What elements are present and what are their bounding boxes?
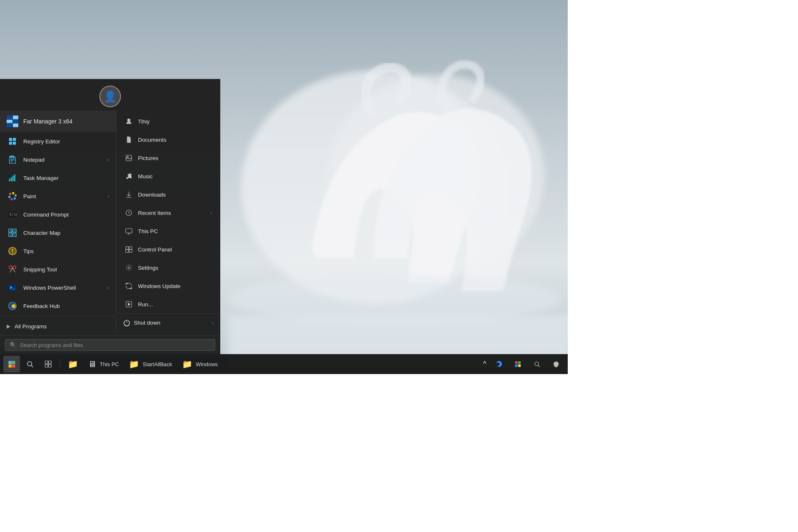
shutdown-area[interactable]: Shut down › xyxy=(116,313,220,332)
menu-item-windows-powershell[interactable]: Windows PowerShell › xyxy=(0,278,116,297)
taskbar-search-right-button[interactable] xyxy=(529,356,545,372)
svg-line-69 xyxy=(31,365,33,367)
taskbar-separator-1 xyxy=(60,359,60,369)
menu-item-tips[interactable]: Tips xyxy=(0,242,116,260)
svg-rect-56 xyxy=(129,246,132,249)
menu-item-character-map[interactable]: ΩAα∑ Character Map xyxy=(0,224,116,242)
left-divider xyxy=(0,316,116,316)
menu-item-command-prompt[interactable]: C:\>_ Command Prompt xyxy=(0,205,116,224)
svg-point-59 xyxy=(128,267,130,269)
taskbar-chevron-icon[interactable]: ^ xyxy=(481,359,488,369)
notepad-label: Notepad xyxy=(23,157,44,163)
svg-rect-14 xyxy=(9,179,10,181)
taskbar-search-icon xyxy=(26,360,34,368)
right-item-music[interactable]: Music xyxy=(116,167,220,185)
svg-point-47 xyxy=(127,156,128,158)
registry-editor-label: Registry Editor xyxy=(23,138,60,145)
right-item-documents[interactable]: Documents xyxy=(116,131,220,149)
character-map-label: Character Map xyxy=(23,230,60,236)
desktop: 👤 xyxy=(0,0,568,374)
taskbar-task-view-button[interactable] xyxy=(40,356,57,372)
menu-item-registry-editor[interactable]: Registry Editor xyxy=(0,132,116,150)
svg-point-48 xyxy=(126,177,128,179)
menu-item-far-manager[interactable]: Far Manager 3 x64 xyxy=(0,111,116,132)
edge-icon xyxy=(495,360,502,368)
right-item-this-pc[interactable]: This PC xyxy=(116,222,220,240)
svg-rect-16 xyxy=(12,176,14,182)
svg-point-36 xyxy=(13,266,16,269)
search-icon: 🔍 xyxy=(10,342,17,348)
user-avatar[interactable]: 👤 xyxy=(99,86,121,107)
svg-rect-7 xyxy=(9,142,12,145)
svg-point-49 xyxy=(130,177,132,179)
svg-text:α: α xyxy=(10,233,12,237)
tips-icon xyxy=(7,245,18,257)
svg-rect-5 xyxy=(9,138,12,141)
menu-item-notepad[interactable]: Notepad › xyxy=(0,150,116,169)
svg-point-22 xyxy=(10,198,13,201)
taskbar-security-button[interactable] xyxy=(548,356,564,372)
character-map-icon: ΩAα∑ xyxy=(7,227,18,239)
feedback-hub-icon: 😊 xyxy=(7,300,18,312)
far-manager-icon xyxy=(7,116,18,127)
menu-item-task-manager[interactable]: Task Manager xyxy=(0,169,116,187)
windows-folder-label: Windows xyxy=(196,361,218,367)
settings-label: Settings xyxy=(138,265,158,271)
recent-items-label: Recent Items xyxy=(138,210,171,216)
svg-rect-77 xyxy=(518,365,521,367)
taskbar-app-startallback[interactable]: 📁 StartAllBack xyxy=(125,356,176,372)
svg-text:∑: ∑ xyxy=(14,233,16,237)
right-item-tihiy[interactable]: Tihiy xyxy=(116,112,220,131)
svg-rect-75 xyxy=(518,361,521,364)
search-input-wrap: 🔍 xyxy=(5,339,215,351)
menu-item-snipping-tool[interactable]: Snipping Tool xyxy=(0,260,116,278)
this-pc-icon xyxy=(125,227,133,235)
right-item-windows-update[interactable]: Windows Update xyxy=(116,277,220,295)
svg-point-68 xyxy=(27,362,32,366)
svg-point-21 xyxy=(14,197,16,200)
search-programs-input[interactable] xyxy=(20,342,211,348)
paint-arrow: › xyxy=(108,194,109,199)
menu-item-feedback-hub[interactable]: 😊 Feedback Hub xyxy=(0,297,116,315)
right-item-downloads[interactable]: Downloads xyxy=(116,185,220,204)
svg-marker-61 xyxy=(128,303,131,305)
task-view-icon xyxy=(44,360,52,368)
shutdown-arrow: › xyxy=(212,320,214,325)
taskbar-app-windows[interactable]: 📁 Windows xyxy=(178,356,222,372)
taskbar-app-this-pc[interactable]: 🖥 This PC xyxy=(84,356,123,372)
menu-item-all-programs[interactable]: ▶ All Programs xyxy=(0,317,116,335)
right-item-recent-items[interactable]: Recent Items › xyxy=(116,204,220,222)
file-explorer-icon: 📁 xyxy=(68,359,78,369)
svg-rect-65 xyxy=(12,361,15,365)
startallback-icon: 📁 xyxy=(129,359,139,369)
right-item-run[interactable]: Run... xyxy=(116,295,220,313)
taskbar-search-button[interactable] xyxy=(22,356,38,372)
start-menu: 👤 xyxy=(0,79,220,354)
tihiy-label: Tihiy xyxy=(138,118,150,125)
this-pc-label: This PC xyxy=(138,228,158,234)
taskbar-app-file-explorer[interactable]: 📁 xyxy=(64,356,82,372)
start-button[interactable] xyxy=(3,356,20,372)
svg-point-20 xyxy=(15,194,17,197)
right-item-pictures[interactable]: Pictures xyxy=(116,149,220,167)
far-manager-label: Far Manager 3 x64 xyxy=(23,118,72,125)
windows-folder-icon: 📁 xyxy=(182,359,192,369)
user-avatar-icon: 👤 xyxy=(103,90,117,103)
svg-text:A: A xyxy=(14,229,16,233)
svg-rect-70 xyxy=(45,361,48,364)
svg-rect-52 xyxy=(126,229,132,233)
svg-rect-67 xyxy=(12,365,15,368)
taskbar-store-button[interactable] xyxy=(510,356,526,372)
recent-items-icon xyxy=(125,209,133,217)
windows-update-label: Windows Update xyxy=(138,283,180,289)
menu-item-paint[interactable]: Paint › xyxy=(0,187,116,205)
music-label: Music xyxy=(138,173,153,180)
right-item-control-panel[interactable]: Control Panel xyxy=(116,240,220,259)
svg-rect-55 xyxy=(126,246,129,249)
svg-text:Ω: Ω xyxy=(10,229,12,233)
tips-label: Tips xyxy=(23,248,34,254)
taskbar-edge-button[interactable] xyxy=(490,356,507,372)
settings-icon xyxy=(125,264,133,272)
right-item-settings[interactable]: Settings xyxy=(116,259,220,277)
svg-rect-15 xyxy=(11,177,12,181)
